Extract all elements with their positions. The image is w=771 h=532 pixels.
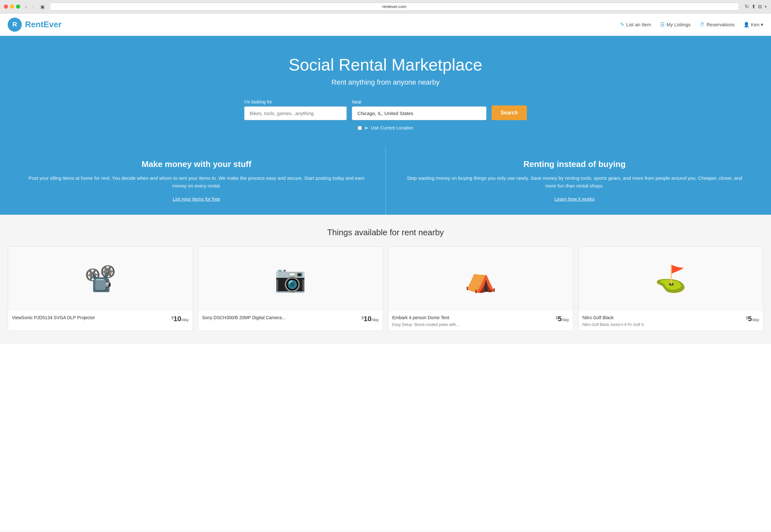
thing-image: 📽️ — [8, 247, 193, 311]
thing-icon: ⛺ — [465, 266, 497, 292]
traffic-lights — [4, 4, 20, 9]
reservations-nav-link[interactable]: ⏱ Reservations — [700, 22, 735, 28]
thing-details: Sony DSCH300/B 20MP Digital Camera... — [202, 315, 286, 321]
reservations-label: Reservations — [707, 22, 735, 27]
minimize-button[interactable] — [10, 4, 14, 9]
thing-price: $5/day — [556, 315, 569, 323]
thing-price-unit: /day — [752, 318, 759, 322]
search-container: I'm looking for Near Search — [8, 99, 763, 120]
forward-button[interactable]: › — [30, 4, 36, 10]
reload-button[interactable]: ↻ — [745, 4, 749, 10]
thing-description: Easy Setup: Shock-corded poles with... — [392, 322, 459, 327]
thing-price: $10/day — [171, 315, 189, 323]
user-dropdown-icon: ▾ — [761, 22, 763, 28]
thing-price-amount: 5 — [748, 315, 752, 323]
user-name: Ken — [751, 22, 759, 27]
search-near-input[interactable] — [352, 106, 486, 120]
make-money-text: Post your idling items at home for rent.… — [27, 174, 366, 190]
search-item-input[interactable] — [244, 106, 347, 120]
thing-name: ViewSonic PJD5134 SVGA DLP Projector — [12, 315, 95, 321]
user-menu[interactable]: 👤 Ken ▾ — [743, 22, 763, 28]
hero-section: Social Rental Marketplace Rent anything … — [0, 36, 771, 215]
thing-info: Embark 4 person Dome Tent Easy Setup: Sh… — [388, 311, 573, 331]
thing-info: Sony DSCH300/B 20MP Digital Camera... $1… — [198, 311, 383, 327]
fullscreen-button[interactable] — [16, 4, 20, 9]
share-button[interactable]: ⬆ — [751, 4, 756, 10]
page: R RentEver ✎ List an Item ☰ My Listings … — [0, 13, 771, 531]
new-tab-button[interactable]: ⧉ — [758, 4, 762, 10]
thing-info: Nitro Golf Black Nitro Golf Black Junior… — [579, 311, 763, 331]
make-money-title: Make money with your stuff — [27, 159, 366, 169]
thing-price-unit: /day — [562, 318, 569, 322]
thing-image: ⛺ — [388, 247, 573, 311]
location-arrow-icon: ➤ — [364, 125, 368, 130]
navbar: R RentEver ✎ List an Item ☰ My Listings … — [0, 13, 771, 36]
location-check-row: ➤ Use Current Location — [8, 125, 763, 130]
search-near-group: Near — [352, 99, 486, 120]
thing-image: 📷 — [198, 247, 383, 311]
renting-title: Renting instead of buying — [405, 159, 744, 169]
thing-card[interactable]: ⛺ Embark 4 person Dome Tent Easy Setup: … — [388, 246, 573, 331]
close-button[interactable] — [4, 4, 8, 9]
url-bar[interactable] — [50, 3, 739, 11]
thing-description: Nitro Golf Black Junior's 8 Pc Golf S — [583, 322, 644, 327]
search-item-label: I'm looking for — [244, 99, 347, 104]
info-panels: Make money with your stuff Post your idl… — [8, 146, 763, 215]
browser-action-buttons: ↻ ⬆ ⧉ + — [745, 4, 767, 10]
thing-price-amount: 5 — [558, 315, 562, 323]
logo-text: RentEver — [25, 20, 62, 29]
user-icon: 👤 — [743, 22, 750, 28]
renting-panel: Renting instead of buying Stop wasting m… — [385, 146, 764, 215]
list-items-link[interactable]: List your items for free — [173, 196, 220, 202]
thing-icon: ⛳ — [655, 266, 687, 292]
my-listings-nav-link[interactable]: ☰ My Listings — [660, 21, 691, 28]
thing-details: Nitro Golf Black Nitro Golf Black Junior… — [583, 315, 644, 327]
search-item-group: I'm looking for — [244, 99, 347, 120]
my-listings-label: My Listings — [667, 22, 691, 27]
clock-icon: ⏱ — [700, 22, 705, 28]
thing-price-amount: 10 — [364, 315, 371, 323]
edit-icon: ✎ — [620, 21, 624, 28]
browser-chrome: ‹ › ▣ ↻ ⬆ ⧉ + — [0, 0, 771, 13]
thing-details: ViewSonic PJD5134 SVGA DLP Projector — [12, 315, 95, 321]
logo-area: R RentEver — [8, 18, 620, 32]
thing-details: Embark 4 person Dome Tent Easy Setup: Sh… — [392, 315, 459, 327]
thing-info: ViewSonic PJD5134 SVGA DLP Projector $10… — [8, 311, 193, 327]
thing-card[interactable]: ⛳ Nitro Golf Black Nitro Golf Black Juni… — [578, 246, 764, 331]
use-location-checkbox[interactable] — [358, 126, 362, 130]
hero-subtitle: Rent anything from anyone nearby — [8, 78, 763, 87]
thing-price-dollar-sign: $ — [361, 316, 364, 320]
hero-title: Social Rental Marketplace — [8, 55, 763, 74]
thing-name: Embark 4 person Dome Tent — [392, 315, 459, 321]
thing-price: $5/day — [746, 315, 759, 323]
thing-card[interactable]: 📷 Sony DSCH300/B 20MP Digital Camera... … — [198, 246, 383, 331]
use-location-label: Use Current Location — [371, 125, 413, 130]
things-grid: 📽️ ViewSonic PJD5134 SVGA DLP Projector … — [8, 246, 763, 331]
thing-price-amount: 10 — [173, 315, 181, 323]
thing-price-unit: /day — [181, 318, 189, 322]
thing-name: Nitro Golf Black — [583, 315, 644, 321]
things-section: Things available for rent nearby 📽️ View… — [0, 215, 771, 344]
thing-price-unit: /day — [371, 318, 379, 322]
thing-price-dollar-sign: $ — [556, 316, 558, 320]
learn-how-link[interactable]: Learn how it works — [554, 196, 594, 202]
search-button[interactable]: Search — [492, 105, 526, 120]
nav-links: ✎ List an Item ☰ My Listings ⏱ Reservati… — [620, 21, 763, 28]
thing-card[interactable]: 📽️ ViewSonic PJD5134 SVGA DLP Projector … — [8, 246, 193, 331]
thing-image: ⛳ — [579, 247, 763, 311]
thing-icon: 📷 — [274, 266, 306, 292]
thing-name: Sony DSCH300/B 20MP Digital Camera... — [202, 315, 286, 321]
sidebar-toggle-button[interactable]: ▣ — [38, 4, 46, 10]
back-button[interactable]: ‹ — [23, 4, 29, 10]
renting-text: Stop wasting money on buying things you … — [405, 174, 744, 190]
browser-nav-buttons: ‹ › — [23, 4, 35, 10]
add-button[interactable]: + — [764, 4, 767, 10]
search-near-label: Near — [352, 99, 486, 104]
make-money-panel: Make money with your stuff Post your idl… — [8, 146, 385, 215]
thing-price: $10/day — [361, 315, 379, 323]
things-section-title: Things available for rent nearby — [8, 228, 763, 237]
thing-icon: 📽️ — [84, 266, 116, 292]
list-icon: ☰ — [660, 21, 665, 28]
list-item-nav-link[interactable]: ✎ List an Item — [620, 21, 651, 28]
logo-icon: R — [8, 18, 22, 32]
